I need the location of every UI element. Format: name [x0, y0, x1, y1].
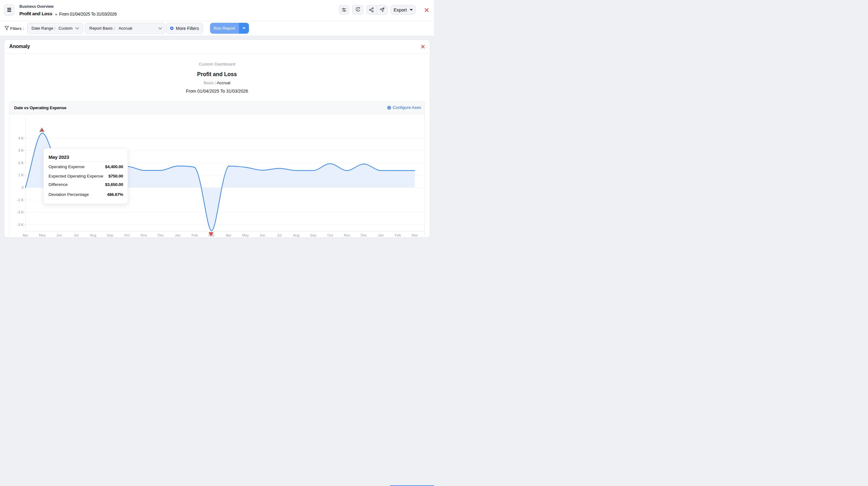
svg-text:2 K: 2 K [18, 161, 24, 165]
svg-text:2023: 2023 [38, 237, 46, 237]
svg-text:2025: 2025 [394, 237, 402, 237]
svg-text:2024: 2024 [242, 237, 250, 237]
svg-text:1 K: 1 K [18, 173, 24, 177]
svg-text:2024: 2024 [343, 237, 351, 237]
svg-text:2023: 2023 [55, 237, 63, 237]
svg-text:-3 K: -3 K [17, 223, 23, 226]
svg-text:Mar: Mar [411, 233, 418, 237]
svg-text:Sep: Sep [107, 233, 113, 237]
svg-text:Dec: Dec [158, 233, 164, 237]
svg-text:2024: 2024 [275, 237, 283, 237]
svg-text:0: 0 [22, 186, 23, 189]
svg-text:Jun: Jun [56, 233, 62, 237]
svg-text:Jul: Jul [277, 233, 282, 237]
svg-text:May: May [242, 233, 249, 237]
svg-text:Apr: Apr [225, 233, 231, 237]
svg-text:4 K: 4 K [18, 136, 24, 140]
svg-text:Dec: Dec [361, 233, 367, 237]
svg-text:2023: 2023 [123, 237, 131, 237]
svg-text:Aug: Aug [90, 233, 96, 237]
svg-text:2023: 2023 [21, 237, 29, 237]
svg-text:Feb: Feb [395, 233, 401, 237]
svg-text:2025: 2025 [377, 237, 385, 237]
svg-text:2024: 2024 [326, 237, 334, 237]
svg-text:Nov: Nov [141, 233, 147, 237]
svg-text:Jan: Jan [378, 233, 384, 237]
svg-text:Aug: Aug [293, 233, 299, 237]
svg-text:Oct: Oct [124, 233, 130, 237]
svg-text:-1 K: -1 K [17, 198, 23, 202]
svg-text:2025: 2025 [411, 237, 419, 237]
svg-text:2023: 2023 [106, 237, 114, 237]
svg-text:2023: 2023 [157, 237, 165, 237]
svg-text:2024: 2024 [224, 237, 232, 237]
svg-text:2024: 2024 [309, 237, 317, 237]
svg-text:2023: 2023 [72, 237, 80, 237]
svg-text:2024: 2024 [360, 237, 368, 237]
svg-text:2024: 2024 [174, 237, 182, 237]
svg-text:Nov: Nov [344, 233, 350, 237]
svg-text:Oct: Oct [327, 233, 333, 237]
svg-text:3 K: 3 K [18, 149, 24, 152]
svg-text:Feb: Feb [192, 233, 198, 237]
svg-text:Jul: Jul [74, 233, 79, 237]
svg-text:2024: 2024 [208, 237, 216, 237]
svg-text:2024: 2024 [258, 237, 267, 237]
svg-text:Jan: Jan [175, 233, 181, 237]
svg-text:2024: 2024 [292, 237, 300, 237]
svg-text:-2 K: -2 K [17, 210, 23, 214]
svg-text:Jun: Jun [259, 233, 265, 237]
svg-text:Sep: Sep [310, 233, 316, 237]
svg-text:May: May [39, 233, 46, 237]
svg-text:2024: 2024 [191, 237, 199, 237]
svg-text:Apr: Apr [23, 233, 28, 237]
svg-text:2023: 2023 [89, 237, 97, 237]
svg-text:2023: 2023 [140, 237, 148, 237]
